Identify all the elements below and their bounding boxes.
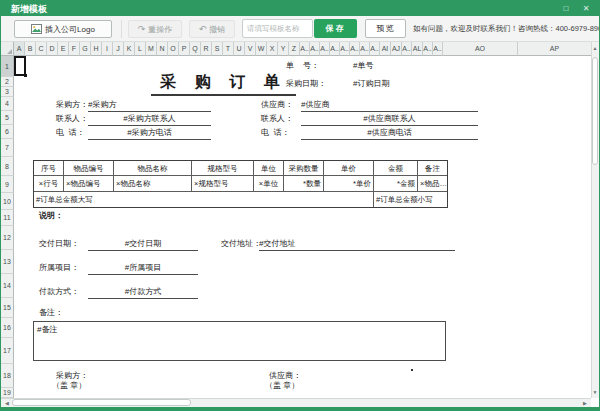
table-data-cell[interactable]: ×行号	[34, 176, 64, 192]
supplier-phone-placeholder[interactable]: #供应商电话	[301, 127, 478, 140]
items-table[interactable]: 序号物品编号物品名称规格型号单位采购数量单价金额备注×行号×物品编号×物品名称×…	[33, 160, 448, 208]
row-header-12[interactable]: 12	[1, 226, 14, 250]
column-header-A[interactable]: A..	[360, 42, 370, 56]
column-header-X[interactable]: X	[267, 42, 278, 56]
delivery-date-placeholder[interactable]: #交付日期	[88, 238, 198, 251]
column-header-I[interactable]: I	[102, 42, 113, 56]
column-header-A[interactable]: A..	[310, 42, 320, 56]
column-header-Q[interactable]: Q	[190, 42, 201, 56]
vertical-scroll-thumb[interactable]	[592, 57, 598, 165]
column-header-S[interactable]: S	[212, 42, 223, 56]
order-no-label[interactable]: 单 号：	[286, 61, 319, 71]
table-data-cell[interactable]: ×物品编号	[64, 176, 114, 192]
row-header-1[interactable]: 1	[1, 56, 14, 77]
row-header-13[interactable]: 13	[1, 250, 14, 274]
row-header-6[interactable]: 6	[1, 125, 14, 139]
column-header-U[interactable]: U	[234, 42, 245, 56]
column-header-O[interactable]: O	[168, 42, 179, 56]
column-header-B[interactable]: B	[25, 42, 36, 56]
buyer-stamp-label[interactable]: 采购方：	[56, 371, 88, 381]
buyer-stamp-seal[interactable]: （盖 章）	[52, 381, 86, 391]
insert-logo-button[interactable]: 插入公司Logo	[14, 20, 112, 38]
column-header-A[interactable]: A..	[330, 42, 340, 56]
column-header-A[interactable]: A..	[300, 42, 310, 56]
row-header-2[interactable]: 2	[1, 77, 14, 87]
remark-box[interactable]: #备注	[33, 321, 446, 361]
row-header-3[interactable]: 3	[1, 87, 14, 97]
column-header-A[interactable]: A..	[423, 42, 433, 56]
select-all-corner[interactable]	[1, 42, 14, 56]
column-header-A[interactable]: A..	[350, 42, 360, 56]
project-placeholder[interactable]: #所属项目	[88, 262, 198, 275]
table-header-cell[interactable]: 金额	[374, 161, 418, 176]
column-header-G[interactable]: G	[80, 42, 91, 56]
horizontal-scroll-thumb[interactable]	[12, 399, 191, 406]
column-header-AL[interactable]: AL	[412, 42, 423, 56]
column-header-AJ[interactable]: AJ	[391, 42, 402, 56]
buyer-phone-placeholder[interactable]: #采购方电话	[88, 127, 211, 140]
undo-button[interactable]: ↶ 撤销	[189, 20, 235, 38]
delivery-date-label[interactable]: 交付日期：	[39, 239, 79, 249]
remark-placeholder[interactable]: #备注	[37, 325, 57, 334]
table-data-cell[interactable]: ×单位	[254, 176, 284, 192]
row-header-9[interactable]: 9	[1, 176, 14, 193]
row-header-5[interactable]: 5	[1, 111, 14, 125]
supplier-stamp-label[interactable]: 供应商：	[269, 371, 301, 381]
column-header-H[interactable]: H	[91, 42, 102, 56]
scroll-down-icon[interactable]: ▼	[591, 388, 599, 396]
table-header-cell[interactable]: 单位	[254, 161, 284, 176]
column-header-W[interactable]: W	[256, 42, 267, 56]
buyer-contact-placeholder[interactable]: #采购方联系人	[88, 113, 211, 126]
row-header-7[interactable]: 7	[1, 139, 14, 157]
project-label[interactable]: 所属项目：	[39, 263, 79, 273]
supplier-placeholder[interactable]: #供应商	[301, 99, 478, 112]
scroll-left-icon[interactable]: ◀	[3, 399, 11, 407]
column-header-R[interactable]: R	[201, 42, 212, 56]
table-header-cell[interactable]: 备注	[418, 161, 447, 176]
row-header-10[interactable]: 10	[1, 193, 14, 210]
delivery-addr-label[interactable]: 交付地址：	[221, 239, 261, 249]
column-header-AP[interactable]: AP	[518, 42, 592, 56]
row-header-4[interactable]: 4	[1, 97, 14, 111]
column-header-A[interactable]: A..	[370, 42, 380, 56]
row-header-11[interactable]: 11	[1, 210, 14, 226]
buyer-phone-label[interactable]: 电 话：	[56, 128, 84, 138]
table-header-cell[interactable]: 物品名称	[114, 161, 192, 176]
close-button[interactable]: ✕	[579, 3, 593, 14]
table-header-cell[interactable]: 物品编号	[64, 161, 114, 176]
table-data-cell[interactable]: ×物品…	[418, 176, 447, 192]
order-no-placeholder[interactable]: #单号	[353, 61, 373, 71]
column-header-AI[interactable]: AI	[380, 42, 391, 56]
table-data-cell[interactable]: *数量	[284, 176, 324, 192]
table-data-cell[interactable]: *金额	[374, 176, 418, 192]
column-header-L[interactable]: L	[135, 42, 146, 56]
column-header-M[interactable]: M	[146, 42, 157, 56]
column-header-A[interactable]: A	[14, 42, 25, 56]
column-header-D[interactable]: D	[47, 42, 58, 56]
purchase-date-placeholder[interactable]: #订购日期	[353, 79, 389, 89]
column-header-Y[interactable]: Y	[278, 42, 289, 56]
column-header-C[interactable]: C	[36, 42, 47, 56]
column-header-N[interactable]: N	[157, 42, 168, 56]
payment-placeholder[interactable]: #付款方式	[88, 286, 198, 299]
form-title[interactable]: 采 购 订 单	[151, 72, 296, 96]
buyer-contact-label[interactable]: 联系人：	[56, 114, 88, 124]
column-header-A[interactable]: A..	[320, 42, 330, 56]
row-header-8[interactable]: 8	[1, 157, 14, 176]
column-header-A[interactable]: A..	[340, 42, 350, 56]
notes-title[interactable]: 说明：	[39, 211, 63, 221]
column-header-A[interactable]: A..	[433, 42, 443, 56]
remark-label[interactable]: 备注：	[39, 308, 63, 318]
cell-cursor[interactable]	[14, 56, 26, 76]
row-header-17[interactable]: 17	[1, 338, 14, 364]
preview-button[interactable]: 预览	[365, 19, 406, 38]
column-header-T[interactable]: T	[223, 42, 234, 56]
table-total-lower-cell[interactable]: #订单总金额小写	[374, 192, 447, 207]
row-header-14[interactable]: 14	[1, 274, 14, 298]
maximize-button[interactable]: □	[559, 3, 573, 14]
supplier-stamp-seal[interactable]: （盖 章）	[265, 381, 299, 391]
table-header-cell[interactable]: 序号	[34, 161, 64, 176]
column-header-AO[interactable]: AO	[443, 42, 518, 56]
table-header-cell[interactable]: 采购数量	[284, 161, 324, 176]
table-total-upper-cell[interactable]: #订单总金额大写	[34, 192, 374, 207]
